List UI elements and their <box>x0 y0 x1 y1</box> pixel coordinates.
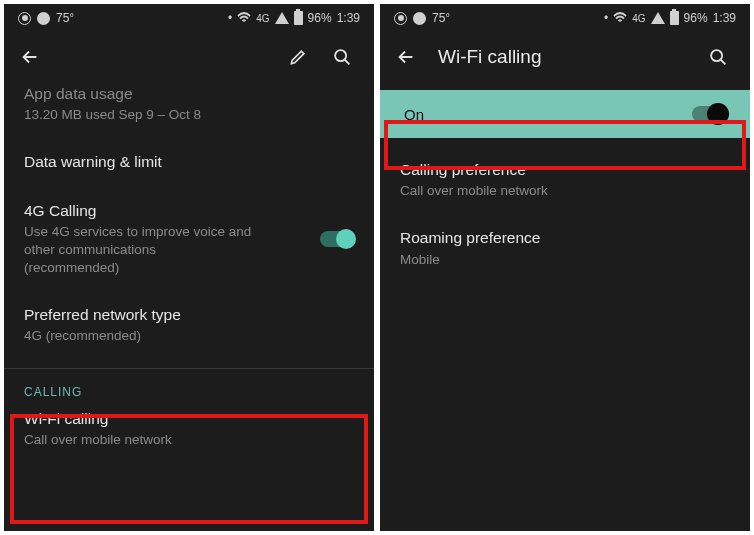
edit-button[interactable] <box>286 45 310 69</box>
item-4g-calling[interactable]: 4G Calling Use 4G services to improve vo… <box>24 187 354 292</box>
back-button[interactable] <box>394 45 418 69</box>
battery-icon <box>294 11 303 25</box>
dot-icon: • <box>604 11 608 25</box>
toggle-label: On <box>404 106 682 123</box>
clock: 1:39 <box>713 11 736 25</box>
item-title: Calling preference <box>400 160 730 180</box>
wifi-icon <box>237 11 251 25</box>
dot-icon: • <box>228 11 232 25</box>
toggle-wifi-calling[interactable] <box>692 106 726 122</box>
item-subtitle: Call over mobile network <box>400 182 730 200</box>
item-title: Data warning & limit <box>24 152 354 172</box>
item-wifi-calling[interactable]: Wi-Fi calling Call over mobile network <box>24 409 354 463</box>
wifi-icon <box>613 11 627 25</box>
item-subtitle: Mobile <box>400 251 730 269</box>
item-preferred-network[interactable]: Preferred network type 4G (recommended) <box>24 291 354 359</box>
battery-pct: 96% <box>308 11 332 25</box>
app-bar <box>4 32 374 82</box>
item-subtitle: 13.20 MB used Sep 9 – Oct 8 <box>24 106 354 124</box>
item-subtitle: Call over mobile network <box>24 431 354 449</box>
messenger-icon <box>37 12 50 25</box>
item-title: Roaming preference <box>400 228 730 248</box>
item-roaming-preference[interactable]: Roaming preference Mobile <box>400 214 730 282</box>
search-button[interactable] <box>330 45 354 69</box>
item-calling-preference[interactable]: Calling preference Call over mobile netw… <box>400 138 730 214</box>
item-title: Preferred network type <box>24 305 354 325</box>
app-bar: Wi-Fi calling <box>380 32 750 82</box>
toggle-4g[interactable] <box>320 231 354 247</box>
signal-icon <box>651 12 665 24</box>
item-app-data-usage[interactable]: App data usage 13.20 MB used Sep 9 – Oct… <box>24 82 354 138</box>
settings-list: App data usage 13.20 MB used Sep 9 – Oct… <box>4 82 374 531</box>
svg-point-1 <box>711 50 722 61</box>
item-subtitle: Use 4G services to improve voice and oth… <box>24 223 254 278</box>
net-label: 4G <box>632 13 645 24</box>
instagram-icon <box>18 12 31 25</box>
item-subtitle: 4G (recommended) <box>24 327 354 345</box>
status-temp: 75° <box>56 11 74 25</box>
instagram-icon <box>394 12 407 25</box>
messenger-icon <box>413 12 426 25</box>
status-bar: 75° • 4G 96% 1:39 <box>4 4 374 32</box>
battery-pct: 96% <box>684 11 708 25</box>
clock: 1:39 <box>337 11 360 25</box>
toggle-wifi-calling-row[interactable]: On <box>380 90 750 138</box>
status-temp: 75° <box>432 11 450 25</box>
battery-icon <box>670 11 679 25</box>
item-title: 4G Calling <box>24 201 310 221</box>
page-title: Wi-Fi calling <box>438 46 686 68</box>
net-label: 4G <box>256 13 269 24</box>
screen-network-settings: 75° • 4G 96% 1:39 App data usage 13.2 <box>4 4 374 531</box>
item-data-warning[interactable]: Data warning & limit <box>24 138 354 186</box>
section-header-calling: CALLING <box>24 369 354 409</box>
item-title: Wi-Fi calling <box>24 409 354 429</box>
settings-list: On Calling preference Call over mobile n… <box>380 82 750 531</box>
signal-icon <box>275 12 289 24</box>
search-button[interactable] <box>706 45 730 69</box>
screen-wifi-calling: 75° • 4G 96% 1:39 Wi-Fi calling On Cal <box>380 4 750 531</box>
item-title: App data usage <box>24 84 354 104</box>
svg-point-0 <box>335 50 346 61</box>
back-button[interactable] <box>18 45 42 69</box>
status-bar: 75° • 4G 96% 1:39 <box>380 4 750 32</box>
